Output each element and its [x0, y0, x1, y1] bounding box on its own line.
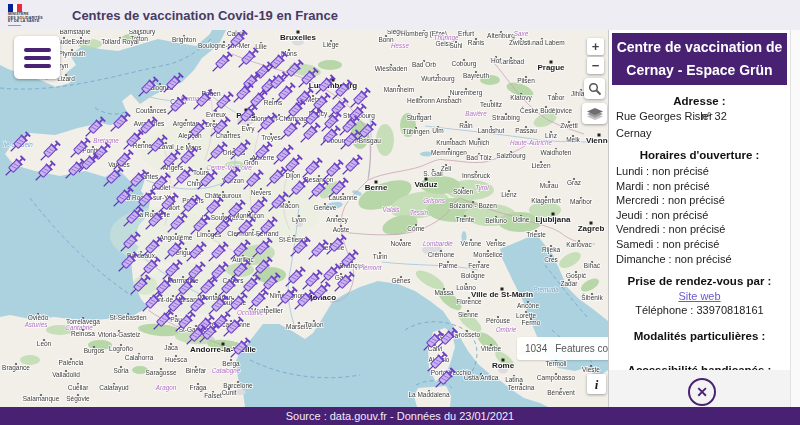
map-label: Parme	[438, 262, 458, 269]
map-label: Vienne	[586, 136, 608, 145]
map-label: Klagenfurt	[531, 197, 561, 205]
map-label: Krumbach	[436, 139, 466, 146]
map-label: Zell	[441, 165, 452, 172]
opening-hours-line: Vendredi : non précisé	[616, 223, 790, 235]
map-label: Soria	[113, 367, 129, 374]
map-label: České Budějovice	[520, 106, 572, 115]
map-label: Pilsen	[517, 77, 535, 84]
close-panel-button[interactable]: ✕	[688, 378, 716, 406]
map-label: Tübingen	[402, 128, 429, 136]
map-label: Munich	[469, 139, 490, 146]
map-label: Boulogne-sur-Mer	[198, 42, 251, 50]
menu-button[interactable]	[14, 36, 60, 79]
map-label: Melk	[566, 136, 580, 143]
map-label: Monselice	[473, 251, 503, 258]
address-number: n° 32	[701, 110, 727, 122]
map-label: Occitanie	[237, 309, 264, 316]
map-label: Venise	[486, 240, 506, 247]
map-label: Falset	[204, 392, 222, 399]
scrollbar-track[interactable]	[790, 30, 800, 407]
map-label: Binéfar	[186, 367, 207, 374]
map-label: Ulm	[432, 127, 444, 134]
map-label: Teublitz	[480, 101, 502, 108]
map-label: Exeter	[72, 38, 92, 45]
map-label: Calahorra	[125, 354, 154, 361]
map-label: Lizard	[57, 75, 75, 82]
map-label: Hof	[491, 57, 501, 64]
phone-line: Téléphone : 33970818161	[615, 304, 784, 316]
map-label: Angoulême	[160, 234, 193, 242]
map-label: Wiesbaden	[375, 65, 408, 72]
logo-divider	[8, 25, 21, 26]
map-label: Liezen	[531, 162, 551, 169]
zoom-out-button[interactable]: −	[587, 57, 604, 74]
map-label: Bayreuth	[463, 72, 489, 80]
map-label: Vitoria-Gasteiz	[98, 331, 141, 338]
website-link[interactable]: Site web	[678, 290, 720, 302]
attribution-info-button[interactable]: i	[587, 374, 606, 394]
map-label: Cres	[544, 256, 558, 263]
map-label: Heilbronn	[407, 97, 435, 104]
map-label: Straubing	[492, 114, 520, 122]
opening-hours-line: Samedi : non précisé	[616, 238, 790, 250]
zoom-in-button[interactable]: +	[587, 38, 604, 55]
map-label: Florence	[456, 298, 482, 305]
appointment-heading: Prise de rendez-vous par :	[615, 275, 784, 287]
map-label: Cunit	[221, 389, 236, 396]
app-window: MINISTÈREDES SOLIDARITÉSET DE LA SANTÉ C…	[0, 0, 800, 425]
map-label: Massa	[434, 289, 454, 296]
search-button[interactable]	[584, 78, 605, 99]
map-label: Limoges	[197, 231, 222, 239]
map-label: Ansbach	[436, 97, 462, 104]
map-label: Vaduz	[414, 180, 437, 189]
map-label: Haute-Autriche	[510, 139, 552, 146]
map-label: Novare	[391, 240, 412, 247]
map-label: Tessin	[410, 209, 428, 216]
map-label: Wurtzbourg	[421, 75, 455, 83]
map-container[interactable]: BarnstapleSalisburyTottonBrightonTollard…	[0, 30, 608, 407]
map-label: Vieste	[582, 366, 600, 373]
map-label: Belluno	[485, 217, 507, 224]
map-label: Rijeka	[542, 246, 560, 254]
opening-hours-line: Jeudi : non précisé	[616, 209, 790, 221]
ministry-logo-text: MINISTÈREDES SOLIDARITÉSET DE LA SANTÉ	[8, 13, 58, 24]
map-label: Coutances	[135, 107, 167, 114]
map-label: Asturies	[24, 321, 49, 328]
address-heading: Adresse :	[615, 95, 784, 107]
search-icon	[588, 82, 602, 96]
opening-hours-list: Lundi : non préciséMardi : non préciséMe…	[616, 165, 790, 265]
map-label: Fermo	[522, 319, 541, 326]
map-label: Mannheim	[384, 86, 414, 93]
map-label: Liège	[323, 41, 339, 49]
map-label: Salzbourg	[496, 152, 526, 160]
map-label: Fraga	[190, 384, 207, 392]
map-label: Logroño	[109, 345, 133, 353]
map-label: Valais	[383, 206, 401, 213]
opening-hours-line: Lundi : non précisé	[616, 165, 790, 177]
map-label: Berne	[365, 183, 388, 192]
map-label: Zagreb	[578, 224, 605, 233]
map-label: Rain	[459, 122, 473, 129]
map-label: Grisons	[423, 197, 446, 204]
opening-hours-line: Mercredi : non précisé	[616, 194, 790, 206]
map-label: Aoste	[333, 226, 350, 233]
map-label: Berga	[222, 360, 240, 368]
layers-button[interactable]	[582, 103, 607, 124]
map-label: Suhl	[449, 42, 463, 49]
map-label: Thuringe	[434, 34, 459, 42]
map-label: Stuttgart	[407, 114, 432, 122]
map-label: Šibenik	[581, 293, 603, 301]
map-label: Termoli	[546, 360, 567, 367]
map-label: Klatovy	[510, 94, 532, 102]
map-label: Bavière	[465, 110, 487, 117]
map-label: Trieste	[526, 231, 546, 238]
map-label: Ranis	[468, 39, 485, 46]
map-label: Lille	[255, 43, 267, 50]
map-label: Bad Orb	[412, 61, 437, 68]
map-label: Bologne	[461, 272, 485, 280]
map-label: Tábor	[548, 94, 566, 101]
map-label: Campobasso	[537, 374, 576, 382]
map-label: Hesse	[391, 42, 409, 49]
map-label: Prague	[537, 63, 565, 72]
map-label: Troyes	[261, 134, 281, 142]
